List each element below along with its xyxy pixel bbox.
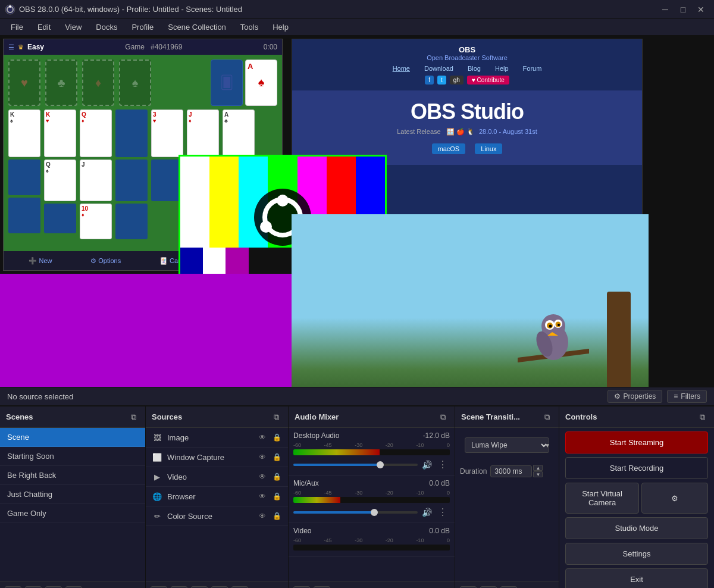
transitions-panel-header: Scene Transiti... ⧉ xyxy=(455,406,559,428)
source-lock-button-video[interactable]: 🔒 xyxy=(271,471,282,482)
source-eye-button-window[interactable]: 👁 xyxy=(257,452,268,462)
scene-item-4[interactable]: Game Only xyxy=(0,504,145,523)
obs-linux-btn[interactable]: Linux xyxy=(475,143,502,154)
scenes-move-up-button[interactable]: ∧ xyxy=(45,586,62,589)
transitions-undock-button[interactable]: ⧉ xyxy=(541,411,553,423)
menu-view[interactable]: View xyxy=(59,21,87,33)
obs-nav-help: Help xyxy=(495,65,509,72)
obs-nav-download: Download xyxy=(424,65,453,72)
source-item-image[interactable]: 🖼 Image 👁 🔒 xyxy=(146,428,288,448)
exit-button[interactable]: Exit xyxy=(565,568,708,588)
properties-button[interactable]: ⚙ Properties xyxy=(607,390,663,403)
scene-item-3[interactable]: Just Chatting xyxy=(0,485,145,504)
source-item-window[interactable]: ⬜ Window Capture 👁 🔒 xyxy=(146,448,288,467)
card: Q♦ xyxy=(80,110,112,157)
sources-add-button[interactable]: + xyxy=(151,586,167,589)
scene-item-2[interactable]: Be Right Back xyxy=(0,466,145,485)
filters-button[interactable]: ≡ Filters xyxy=(667,390,707,403)
svg-point-6 xyxy=(260,221,272,233)
sources-move-up-button[interactable]: ∧ xyxy=(211,586,228,589)
transitions-content: Luma Wipe Cut Fade Fade to Color Swipe S… xyxy=(455,428,559,581)
volume-slider-mic[interactable] xyxy=(293,511,418,514)
gear-icon: ⚙ xyxy=(614,392,621,401)
browser-source-icon: 🌐 xyxy=(152,491,162,502)
transitions-add-button[interactable]: + xyxy=(460,586,477,589)
controls-panel-header: Controls ⧉ xyxy=(559,406,714,428)
sources-move-down-button[interactable]: ∨ xyxy=(231,586,248,589)
solitaire-options[interactable]: ⚙ Options xyxy=(90,257,121,265)
source-eye-button-color[interactable]: 👁 xyxy=(257,511,268,521)
filter-icon: ≡ xyxy=(674,392,678,401)
audio-mute-desktop[interactable]: 🔊 xyxy=(421,459,432,470)
scenes-undock-button[interactable]: ⧉ xyxy=(127,411,139,423)
source-item-color[interactable]: ✏ Color Source 👁 🔒 xyxy=(146,506,288,526)
audio-menu-desktop[interactable]: ⋮ xyxy=(436,458,450,471)
settings-button[interactable]: Settings xyxy=(565,543,708,565)
sources-undock-button[interactable]: ⧉ xyxy=(270,411,282,423)
obs-macos-btn[interactable]: macOS xyxy=(432,143,466,154)
volume-thumb-mic[interactable] xyxy=(371,509,378,516)
preview-area: ☰ ♛ Easy Game #4041969 0:00 ♥ ♣ ♦ ♠ xyxy=(0,36,714,387)
svg-point-16 xyxy=(558,324,560,326)
source-lock-button-color[interactable]: 🔒 xyxy=(271,511,282,521)
source-eye-button-browser[interactable]: 👁 xyxy=(257,491,268,502)
volume-thumb-desktop[interactable] xyxy=(377,461,384,468)
menu-file[interactable]: File xyxy=(5,21,29,33)
audio-undock-button[interactable]: ⧉ xyxy=(437,411,449,423)
source-controls-window: 👁 🔒 xyxy=(257,452,282,462)
transitions-title: Scene Transiti... xyxy=(461,412,520,421)
volume-slider-desktop[interactable] xyxy=(293,464,418,466)
controls-undock-button[interactable]: ⧉ xyxy=(696,411,708,423)
audio-menu-mic[interactable]: ⋮ xyxy=(436,505,450,519)
start-streaming-button[interactable]: Start Streaming xyxy=(565,431,708,453)
menu-profile[interactable]: Profile xyxy=(126,21,159,33)
menu-scene-collection[interactable]: Scene Collection xyxy=(162,21,232,33)
scenes-add-button[interactable]: + xyxy=(5,586,21,589)
transition-select[interactable]: Luma Wipe Cut Fade Fade to Color Swipe S… xyxy=(465,437,549,453)
source-lock-button-window[interactable]: 🔒 xyxy=(271,452,282,462)
duration-up-button[interactable]: ▲ xyxy=(533,465,543,471)
scene-item-1[interactable]: Starting Soon xyxy=(0,447,145,466)
maximize-button[interactable]: □ xyxy=(675,4,691,15)
duration-input[interactable] xyxy=(490,465,532,477)
transitions-delete-button[interactable]: 🗑 xyxy=(480,586,497,589)
audio-settings-button[interactable]: ⚙ xyxy=(293,586,310,589)
source-lock-button-browser[interactable]: 🔒 xyxy=(271,491,282,502)
source-eye-button-video[interactable]: 👁 xyxy=(257,471,268,482)
controls-title: Controls xyxy=(565,412,597,421)
audio-menu-button[interactable]: ⋮ xyxy=(314,586,330,589)
card: A♣ xyxy=(223,110,255,157)
transitions-menu-button[interactable]: ⋮ xyxy=(500,586,517,589)
scenes-move-down-button[interactable]: ∨ xyxy=(65,586,82,589)
studio-mode-button[interactable]: Studio Mode xyxy=(565,517,708,539)
video-source-icon: ▶ xyxy=(152,471,162,482)
source-item-browser[interactable]: 🌐 Browser 👁 🔒 xyxy=(146,487,288,506)
sources-settings-button[interactable]: ⚙ xyxy=(191,586,208,589)
sources-delete-button[interactable]: 🗑 xyxy=(171,586,187,589)
scene-item-0[interactable]: Scene xyxy=(0,428,145,447)
menu-docks[interactable]: Docks xyxy=(90,21,123,33)
duration-down-button[interactable]: ▼ xyxy=(533,471,543,477)
solitaire-new[interactable]: ➕ New xyxy=(29,257,52,265)
solitaire-top-row: ♥ ♣ ♦ ♠ 🂠 A♠ xyxy=(8,60,277,106)
obs-nav-blog: Blog xyxy=(468,65,481,72)
solitaire-titlebar: ☰ ♛ Easy Game #4041969 0:00 xyxy=(4,39,282,55)
menu-tools[interactable]: Tools xyxy=(234,21,264,33)
audio-mute-mic[interactable]: 🔊 xyxy=(421,507,432,518)
menu-edit[interactable]: Edit xyxy=(32,21,57,33)
card: J♦ xyxy=(187,110,219,157)
start-recording-button[interactable]: Start Recording xyxy=(565,457,708,479)
audio-panel-header: Audio Mixer ⧉ xyxy=(289,406,455,428)
start-virtual-camera-button[interactable]: Start Virtual Camera xyxy=(565,483,639,514)
minimize-button[interactable]: ─ xyxy=(657,4,674,15)
menu-help[interactable]: Help xyxy=(267,21,295,33)
tableau-col-3: Q♦ J 10♦ xyxy=(80,110,112,265)
close-button[interactable]: ✕ xyxy=(693,4,709,15)
svg-point-2 xyxy=(9,5,11,8)
source-item-video[interactable]: ▶ Video 👁 🔒 xyxy=(146,467,288,487)
scenes-delete-button[interactable]: 🗑 xyxy=(25,586,42,589)
virtual-camera-settings-button[interactable]: ⚙ xyxy=(641,483,708,514)
source-lock-button-image[interactable]: 🔒 xyxy=(271,432,282,443)
source-eye-button-image[interactable]: 👁 xyxy=(257,432,268,443)
color-bar-white xyxy=(180,157,209,248)
